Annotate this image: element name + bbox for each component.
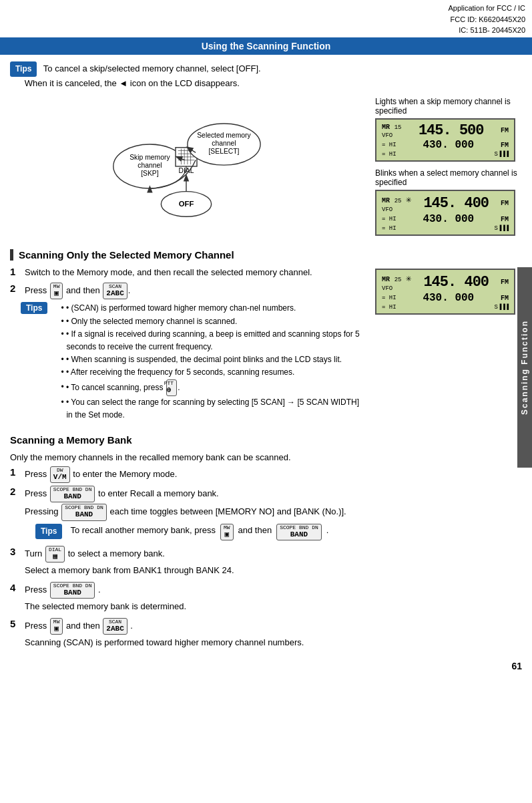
bank-step1-num: 1 <box>10 466 21 478</box>
bank-step5-line1: Press MW ▣ and then SCAN 2ABC . <box>25 618 522 635</box>
bank-step4-result: The selected memory bank is determined. <box>25 600 522 614</box>
step-right-lcd3: MR 25 ✳ VFO 145. 400 FM = HI 430. 000 FM… <box>375 266 522 315</box>
bank-step3-content: Turn DIAL ▦ to select a memory bank. Sel… <box>25 546 522 579</box>
section-header: Using the Scanning Function <box>0 37 532 55</box>
lcd2-fm2: FM <box>501 216 509 223</box>
lcd1-label: Lights when a skip memory channel is spe… <box>375 97 522 116</box>
bank-step5-result: Scanning (SCAN) is performed toward high… <box>25 636 522 650</box>
bank-step2-tips-key2: SCOPE BND DN BAND <box>276 524 322 540</box>
lcd2-num1: 25 <box>394 198 402 204</box>
diagram-area: Skip memory channel [SKP] DIAL Selected … <box>10 97 522 236</box>
lcd2-bot-left: = HI <box>382 225 396 232</box>
bank-step5-rest: . <box>130 621 133 631</box>
tips-line2: When it is canceled, the ◄ icon on the L… <box>25 78 240 88</box>
tips-left: Tips To cancel a skip/selected memory ch… <box>10 61 522 91</box>
bank-step5-key2: SCAN 2ABC <box>103 618 127 635</box>
step1: 1 Switch to the Memory mode, and then re… <box>10 266 364 280</box>
bank-step4-content: Press SCOPE BND DN BAND . The selected m… <box>25 582 522 615</box>
lcd1-container: Lights when a skip memory channel is spe… <box>375 97 522 162</box>
lcd3-freq-small: 430. 000 <box>423 292 474 304</box>
lcd1-fm1: FM <box>501 127 509 134</box>
diagram-svg: Skip memory channel [SKP] DIAL Selected … <box>99 113 273 220</box>
lcd3-num1: 25 <box>394 277 402 283</box>
bank-step3: 3 Turn DIAL ▦ to select a memory bank. S… <box>10 546 522 579</box>
bank-step2-tips-badge: Tips <box>35 524 62 539</box>
tips-item-3: • When scanning is suspended, the decima… <box>61 353 364 366</box>
bank-step5-content: Press MW ▣ and then SCAN 2ABC . Scanning… <box>25 618 522 651</box>
right-sidebar: Scanning Function <box>517 267 532 468</box>
bank-step2-tips-key1: MW ▣ <box>220 524 234 540</box>
header-line2: FCC ID: K6620445X20 <box>0 14 525 25</box>
lcd2-freq-large: 145. 400 <box>423 195 489 212</box>
lcd2-container: Blinks when a select memory channel is s… <box>375 168 522 236</box>
step1-content: Switch to the Memory mode, and then reca… <box>25 266 364 280</box>
lcd2-freq-small: 430. 000 <box>423 213 474 225</box>
bank-step2-tips: Tips To recall another memory bank, pres… <box>35 524 522 540</box>
lcd2-mid-left: = HI <box>382 216 396 222</box>
bank-step2-line2: Pressing SCOPE BND DN BAND each time tog… <box>25 504 522 520</box>
bank-step3-rest: to select a memory bank. <box>68 548 165 558</box>
svg-text:[SKP]: [SKP] <box>141 170 159 178</box>
lcd2-fm1: FM <box>501 200 509 207</box>
bank-step4-rest: . <box>98 585 101 595</box>
diagram-left: Skip memory channel [SKP] DIAL Selected … <box>10 97 362 236</box>
step2: 2 Press MW ▣ and then SCAN 2ABC . <box>10 283 364 299</box>
header-line1: Application for FCC / IC <box>0 3 525 14</box>
lcd1-fm2: FM <box>501 142 509 149</box>
bank-step5-and: and then <box>66 621 100 631</box>
bank-step2-content: Press SCOPE BND DN BAND to enter Recall … <box>25 486 522 543</box>
step1-num: 1 <box>10 266 21 277</box>
tips-badge: Tips <box>10 61 37 77</box>
step2-text: Press <box>25 285 47 295</box>
svg-text:Skip memory: Skip memory <box>129 154 170 161</box>
scanning-selected-title: Scanning Only the Selected Memory Channe… <box>10 249 522 261</box>
diagram-right: Lights when a skip memory channel is spe… <box>375 97 522 236</box>
bank-step1-text: Press <box>25 469 47 479</box>
bank-intro: Only the memory channels in the recalled… <box>10 451 522 465</box>
tips-sub-container: Tips • (SCAN) is performed toward higher… <box>21 302 364 422</box>
step2-and: and then <box>66 285 100 295</box>
page-number: 61 <box>0 654 532 678</box>
bank-step2: 2 Press SCOPE BND DN BAND to enter Recal… <box>10 486 522 543</box>
lcd3-fm2: FM <box>501 295 509 302</box>
lcd1-num1: 15 <box>394 124 402 131</box>
bank-step2-tips-text: To recall another memory bank, press <box>70 524 215 538</box>
bank-step3-turn: Turn <box>25 548 42 558</box>
bank-step5-key1: MW ▣ <box>50 618 63 635</box>
lcd3-box: MR 25 ✳ VFO 145. 400 FM = HI 430. 000 FM… <box>375 269 515 315</box>
step2-content: Press MW ▣ and then SCAN 2ABC . <box>25 283 364 299</box>
bank-step4: 4 Press SCOPE BND DN BAND . The selected… <box>10 582 522 615</box>
tips-row: Tips To cancel a skip/selected memory ch… <box>10 61 522 91</box>
bank-step3-key: DIAL ▦ <box>45 546 65 563</box>
tips-sub-badge: Tips <box>21 302 47 314</box>
bank-step2-tips-and: and then <box>238 524 272 538</box>
bank-step3-line1: Turn DIAL ▦ to select a memory bank. <box>25 546 522 563</box>
lcd3-s: S▐▐▐ <box>494 304 509 311</box>
bank-step5: 5 Press MW ▣ and then SCAN 2ABC . Scanni… <box>10 618 522 651</box>
sidebar-text: Scanning Function <box>520 320 529 415</box>
step1-text: Switch to the Memory mode, and then reca… <box>25 267 312 277</box>
lcd2-label: Blinks when a select memory channel is s… <box>375 168 522 187</box>
lcd3-mid-left: = HI <box>382 295 396 301</box>
lcd3-freq-large: 145. 400 <box>423 274 489 291</box>
tips-item-4: • After receiving the frequency for 5 se… <box>61 366 364 379</box>
bank-step1-content: Press DW V/M to enter the Memory mode. <box>25 466 522 483</box>
lcd3-vfo: VFO <box>382 285 392 292</box>
svg-text:Selected memory: Selected memory <box>197 132 251 139</box>
scanning-selected-steps: 1 Switch to the Memory mode, and then re… <box>10 266 522 424</box>
lcd1-freq-small: 430. 000 <box>423 139 474 151</box>
bank-step2-key: SCOPE BND DN BAND <box>50 486 95 502</box>
lcd1-vfo: VFO <box>382 132 392 139</box>
svg-text:channel: channel <box>212 140 236 147</box>
step-left: 1 Switch to the Memory mode, and then re… <box>10 266 364 424</box>
lcd2-s: S▐▐▐ <box>494 225 509 232</box>
lcd2-box: MR 25 ✳ VFO 145. 400 FM = HI 430. 000 FM <box>375 190 515 236</box>
bank-step2-line1: Press SCOPE BND DN BAND to enter Recall … <box>25 486 522 502</box>
lcd3-bot-left: = HI <box>382 304 396 311</box>
tips-item-5: • To cancel scanning, press PTT⊕. <box>61 379 364 396</box>
svg-text:DIAL: DIAL <box>178 168 194 175</box>
tips-item-1: • Only the selected memory channel is sc… <box>61 315 364 328</box>
lcd2-mr: MR <box>382 197 390 204</box>
cancel-key: PTT⊕ <box>166 379 177 396</box>
bank-step3-line2: Select a memory bank from BANK1 through … <box>25 564 522 578</box>
